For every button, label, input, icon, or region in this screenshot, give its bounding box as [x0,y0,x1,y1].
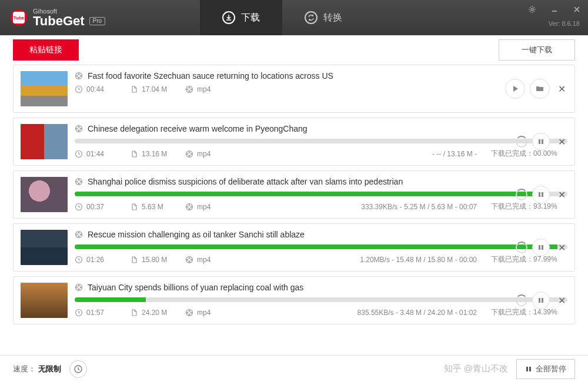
duration: 01:57 [75,309,116,317]
pause-all-button[interactable]: 全部暂停 [516,359,575,379]
format: mp4 [185,85,226,93]
history-button[interactable] [69,360,87,378]
download-item[interactable]: Shanghai police dismiss suspicions of de… [13,170,575,219]
remove-button[interactable]: ✕ [554,135,569,149]
svg-rect-66 [529,367,531,371]
speed-label: 速度： 无限制 [13,364,61,374]
svg-point-5 [80,75,81,76]
convert-icon [305,11,318,24]
item-actions: ✕ [516,186,569,203]
version-label: Ver: 8.6.18 [549,19,588,27]
loading-spinner-icon [516,189,527,200]
film-reel-icon [75,177,83,186]
pause-button[interactable] [532,186,550,203]
loading-spinner-icon [516,294,527,306]
download-item[interactable]: Chinese delegation receive warm welcome … [13,118,575,166]
download-info: - -- / 13.16 M - [432,150,477,158]
pause-button[interactable] [532,291,550,309]
filesize: 13.16 M [130,150,171,158]
toolbar: 粘贴链接 一键下载 [0,35,588,65]
svg-rect-23 [539,139,540,144]
film-reel-icon [75,72,83,80]
remove-button[interactable]: ✕ [554,293,569,307]
download-icon [222,11,235,24]
speed-label-text: 速度： [13,364,36,373]
progress-bar [75,297,567,302]
svg-point-0 [531,8,533,11]
download-item[interactable]: Fast food favorite Szechuan sauce return… [13,65,575,113]
duration: 00:37 [75,203,116,211]
svg-point-42 [80,234,81,235]
tab-convert-label: 转换 [323,12,342,24]
minimize-button[interactable] [543,0,566,19]
onekey-download-button[interactable]: 一键下载 [499,39,575,61]
tab-download[interactable]: 下载 [200,0,282,35]
open-folder-button[interactable] [530,79,550,99]
svg-point-11 [191,89,192,90]
filesize: 5.63 M [130,203,171,211]
svg-point-20 [189,155,190,156]
item-actions: ✕ [505,79,569,99]
svg-point-54 [76,287,78,288]
speed-value: 无限制 [38,364,61,373]
svg-rect-62 [539,298,540,303]
svg-point-35 [191,206,192,207]
format: mp4 [185,309,226,317]
svg-point-45 [189,257,190,258]
svg-point-59 [189,314,190,315]
loading-spinner-icon [516,136,527,148]
svg-point-19 [189,151,190,152]
video-title: Taiyuan City spends billions of yuan rep… [88,283,303,292]
tab-convert[interactable]: 转换 [282,0,365,35]
pause-button[interactable] [532,133,550,150]
download-info: 1.20MB/s - 15.48 M / 15.80 M - 00:00 [360,256,477,264]
brand: Tube Gihosoft TubeGet Pro [0,8,105,28]
svg-point-8 [189,87,190,88]
paste-link-button[interactable]: 粘贴链接 [13,39,79,61]
svg-point-15 [76,128,78,129]
svg-point-3 [78,77,79,78]
download-list[interactable]: Fast food favorite Szechuan sauce return… [0,65,588,341]
format: mp4 [185,203,226,211]
download-info: 333.39KB/s - 5.25 M / 5.63 M - 00:07 [361,203,477,211]
pause-icon [525,366,532,373]
download-item[interactable]: Rescue mission challenging as oil tanker… [13,223,575,272]
svg-rect-36 [539,192,540,197]
svg-point-40 [78,236,79,237]
svg-point-21 [187,153,188,155]
format: mp4 [185,150,226,158]
settings-button[interactable] [521,0,543,19]
play-button[interactable] [505,79,525,99]
progress-bar [75,244,567,249]
close-button[interactable] [566,0,588,19]
download-item[interactable]: Taiyuan City spends billions of yuan rep… [13,276,575,324]
product-title: TubeGet [33,15,85,28]
product-name: TubeGet Pro [33,15,105,28]
svg-point-34 [187,206,188,207]
statusbar: 速度： 无限制 知乎 @青山不改 全部暂停 [0,355,588,382]
remove-button[interactable]: ✕ [554,187,569,202]
svg-rect-50 [542,245,543,250]
progress-bar [75,192,567,196]
svg-point-22 [191,153,192,155]
remove-button[interactable]: ✕ [554,240,569,254]
pause-button[interactable] [532,239,550,256]
item-actions: ✕ [516,133,569,150]
svg-point-32 [189,204,190,205]
loading-spinner-icon [516,242,527,253]
thumbnail [21,71,68,106]
duration: 00:44 [75,85,116,93]
svg-rect-65 [526,367,528,371]
svg-point-13 [78,126,79,128]
watermark: 知乎 @青山不改 [444,363,508,374]
progress-fill [75,297,146,302]
remove-button[interactable]: ✕ [554,82,569,96]
svg-point-2 [78,73,79,75]
film-reel-icon [75,125,83,133]
duration: 01:26 [75,256,116,264]
progress-fill [75,192,534,196]
svg-rect-49 [539,245,540,250]
progress-fill [75,244,557,249]
video-title: Chinese delegation receive warm welcome … [88,124,308,133]
filesize: 24.20 M [130,309,171,317]
